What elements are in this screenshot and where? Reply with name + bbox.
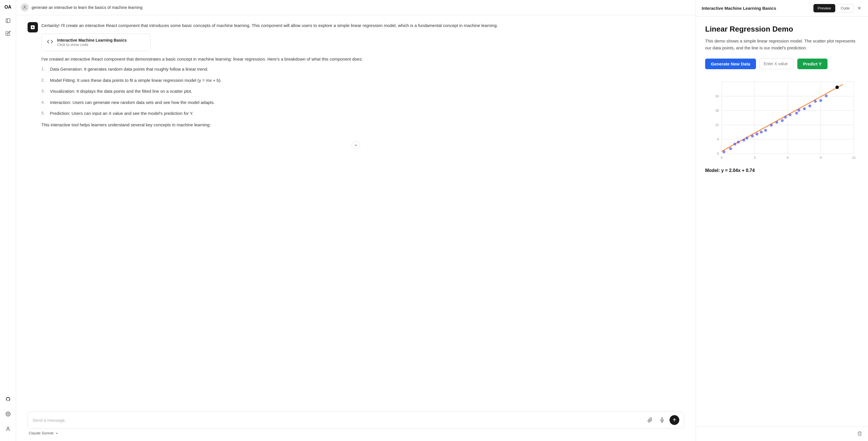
svg-point-33	[737, 141, 740, 144]
code-card-info: Interactive Machine Learning Basics Clic…	[57, 38, 127, 47]
svg-point-51	[825, 94, 828, 97]
model-equation: Model: y = 2.04x + 0.74	[705, 168, 859, 173]
code-card[interactable]: Interactive Machine Learning Basics Clic…	[41, 34, 151, 51]
preview-panel: Interactive Machine Learning Basics Prev…	[696, 0, 868, 441]
list-num-2: 2.	[41, 77, 47, 84]
svg-point-44	[789, 114, 792, 116]
model-chevron-icon	[55, 432, 59, 435]
scroll-indicator	[28, 139, 684, 152]
scatter-chart: 0 6 12 18 24 0 3 6 9 12	[705, 76, 859, 162]
svg-point-45	[795, 112, 798, 115]
microphone-button[interactable]	[657, 415, 666, 424]
chat-header: generate an interactive to learn the bas…	[16, 0, 696, 15]
list-num-5: 5.	[41, 110, 47, 117]
demo-title: Linear Regression Demo	[705, 25, 859, 34]
svg-text:0: 0	[717, 152, 719, 155]
accent-data-point	[836, 86, 839, 89]
ai-avatar	[28, 22, 38, 32]
regression-line	[722, 85, 843, 151]
preview-tab-code[interactable]: Code	[836, 4, 854, 12]
svg-text:0: 0	[721, 156, 722, 159]
chat-input-area: Claude Sonnet	[16, 408, 696, 441]
list-text-1: Data Generation: It generates random dat…	[50, 66, 208, 73]
list-text-5: Prediction: Users can input an X value a…	[50, 110, 193, 117]
panel-toggle-button[interactable]	[3, 15, 13, 26]
preview-header-actions: Preview Code ✕	[813, 4, 862, 12]
list-item-1: 1. Data Generation: It generates random …	[41, 66, 684, 73]
svg-point-42	[781, 119, 784, 122]
preview-tab-preview[interactable]: Preview	[813, 4, 835, 12]
list-item-5: 5. Prediction: Users can input an X valu…	[41, 110, 684, 117]
profile-button[interactable]	[3, 424, 13, 434]
user-avatar-icon	[21, 3, 29, 11]
x-value-input[interactable]	[760, 58, 794, 69]
ai-message: Certainly! I'll create an interactive Re…	[28, 22, 684, 132]
ai-intro-text: Certainly! I'll create an interactive Re…	[41, 22, 684, 29]
code-card-subtitle: Click to show code	[57, 42, 127, 47]
list-item-4: 4. Interaction: Users can generate new r…	[41, 99, 684, 106]
svg-point-50	[819, 99, 822, 102]
send-button[interactable]	[670, 415, 679, 425]
svg-text:12: 12	[852, 156, 855, 159]
attach-button[interactable]	[645, 415, 655, 424]
new-chat-button[interactable]	[3, 28, 13, 38]
scroll-down-button[interactable]	[351, 141, 360, 150]
app-logo: OA	[5, 5, 11, 10]
svg-text:6: 6	[787, 156, 788, 159]
demo-description: This demo shows a simple linear regressi…	[705, 38, 859, 52]
svg-point-47	[803, 107, 806, 110]
model-selector[interactable]: Claude Sonnet	[28, 429, 684, 435]
chat-messages-container: Certainly! I'll create an interactive Re…	[16, 15, 696, 408]
preview-footer	[696, 427, 868, 441]
svg-point-46	[798, 109, 801, 112]
svg-point-32	[734, 143, 737, 146]
chat-input-field[interactable]	[32, 418, 643, 422]
github-button[interactable]	[3, 394, 13, 404]
list-item-3: 3. Visualization: It displays the data p…	[41, 88, 684, 95]
svg-point-30	[723, 151, 725, 153]
svg-point-37	[756, 133, 758, 135]
svg-text:9: 9	[820, 156, 822, 159]
chart-container: 0 6 12 18 24 0 3 6 9 12	[705, 76, 859, 162]
chat-input-box	[28, 411, 684, 429]
trash-button[interactable]	[857, 431, 862, 437]
preview-header: Interactive Machine Learning Basics Prev…	[696, 0, 868, 17]
user-message-text: generate an interactive to learn the bas…	[32, 5, 143, 10]
svg-point-2	[7, 413, 9, 415]
preview-tabs: Preview Code	[813, 4, 854, 12]
svg-text:3: 3	[754, 156, 755, 159]
svg-point-49	[814, 100, 817, 103]
preview-panel-title: Interactive Machine Learning Basics	[702, 6, 776, 11]
svg-point-3	[7, 427, 9, 429]
sidebar: OA	[0, 0, 16, 441]
preview-close-button[interactable]: ✕	[856, 4, 862, 12]
ai-message-content: Certainly! I'll create an interactive Re…	[41, 22, 684, 132]
svg-point-31	[729, 147, 732, 150]
ai-followup-text: I've created an interactive React compon…	[41, 56, 684, 63]
svg-point-36	[751, 135, 754, 137]
svg-text:6: 6	[717, 137, 719, 141]
code-brackets-icon	[47, 38, 53, 46]
code-card-title: Interactive Machine Learning Basics	[57, 38, 127, 42]
main-chat-area: generate an interactive to learn the bas…	[16, 0, 696, 441]
features-list: 1. Data Generation: It generates random …	[41, 66, 684, 117]
list-item-2: 2. Model Fitting: It uses these data poi…	[41, 77, 684, 84]
svg-point-38	[760, 131, 763, 133]
list-text-2: Model Fitting: It uses these data points…	[50, 77, 222, 84]
predict-y-button[interactable]: Predict Y	[797, 59, 828, 69]
svg-text:12: 12	[715, 123, 719, 127]
svg-rect-0	[6, 19, 10, 23]
demo-controls: Generate New Data Predict Y	[705, 58, 859, 69]
list-num-4: 4.	[41, 99, 47, 106]
svg-point-48	[809, 104, 811, 107]
generate-data-button[interactable]: Generate New Data	[705, 59, 756, 69]
svg-point-34	[742, 139, 745, 141]
svg-point-39	[764, 129, 767, 132]
sidebar-bottom	[3, 394, 13, 436]
settings-button[interactable]	[3, 409, 13, 419]
svg-text:24: 24	[715, 94, 719, 98]
svg-point-35	[746, 137, 748, 139]
svg-point-43	[784, 116, 787, 119]
list-num-1: 1.	[41, 66, 47, 73]
list-num-3: 3.	[41, 88, 47, 95]
